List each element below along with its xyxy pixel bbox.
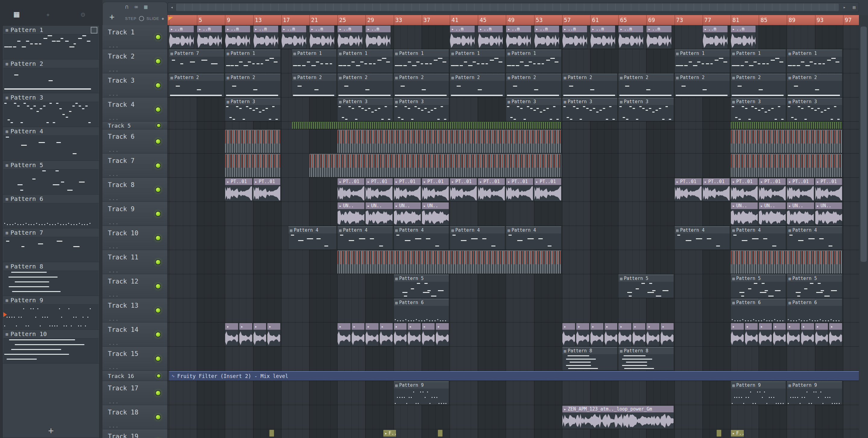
- sparkle-icon[interactable]: ✦: [46, 11, 50, 18]
- track-header[interactable]: Track 13...: [102, 298, 167, 322]
- pattern-clip[interactable]: ▤Pattern 4: [675, 226, 730, 250]
- audio-clip[interactable]: ▸: [604, 323, 618, 346]
- pattern-clip[interactable]: ▤Pattern 6: [394, 299, 449, 322]
- track-mute-led[interactable]: [155, 390, 161, 396]
- dense-note-clip[interactable]: [309, 154, 561, 177]
- track-mute-led[interactable]: [155, 82, 161, 88]
- audio-clip[interactable]: ▸: [731, 323, 744, 346]
- pattern-clip[interactable]: ▤Pattern 1: [786, 50, 842, 73]
- track-header[interactable]: Track 17...: [102, 381, 167, 405]
- track-mute-led[interactable]: [155, 235, 161, 241]
- audio-clip[interactable]: ▸: [225, 323, 239, 346]
- audio-clip[interactable]: ▸PT..01: [365, 178, 393, 202]
- pattern-clip[interactable]: ▤Pattern 1: [675, 50, 730, 73]
- pattern-clip[interactable]: ▤Pattern 9: [731, 381, 786, 405]
- audio-clip[interactable]: ▸..m: [337, 25, 363, 49]
- track-mute-led[interactable]: [155, 211, 161, 216]
- audio-clip[interactable]: ▸: [632, 323, 646, 346]
- audio-clip[interactable]: ▸..m: [169, 25, 194, 49]
- pattern-clip[interactable]: ▤Pattern 4: [394, 226, 449, 250]
- slide-link-icon[interactable]: ∞: [134, 4, 138, 10]
- timeline-ruler[interactable]: 5913172125293337414549535761656973778185…: [167, 15, 859, 25]
- pattern-clip[interactable]: ▤Pattern 2: [225, 74, 280, 97]
- pattern-clip[interactable]: ▤Pattern 3: [506, 98, 561, 121]
- track-header[interactable]: Track 9...: [102, 202, 167, 226]
- pattern-clip[interactable]: ▤Pattern 2: [394, 74, 449, 97]
- track-header[interactable]: Track 6...: [102, 129, 167, 153]
- pattern-clip[interactable]: ▤Pattern 6: [786, 299, 842, 322]
- track-mute-led[interactable]: [155, 163, 161, 168]
- pattern-item[interactable]: ▤Pattern 9: [3, 296, 99, 330]
- pattern-item[interactable]: ▤Pattern 4: [3, 127, 99, 161]
- pattern-clip[interactable]: ▤Pattern 9: [394, 381, 449, 405]
- pattern-clip[interactable]: ▤Pattern 2: [618, 74, 674, 97]
- pattern-clip[interactable]: ▤Pattern 1: [506, 50, 561, 73]
- playhead-marker[interactable]: [168, 17, 173, 21]
- pattern-clip[interactable]: ▤Pattern 1: [337, 50, 393, 73]
- pattern-clip[interactable]: ▤Pattern 3: [337, 98, 393, 121]
- pattern-item[interactable]: ▤Pattern 10: [3, 330, 99, 363]
- track-header[interactable]: Track 10...: [102, 226, 167, 250]
- pattern-clip[interactable]: ▤Pattern 1: [731, 50, 786, 73]
- pattern-clip[interactable]: ▤Pattern 5: [394, 274, 449, 298]
- audio-clip[interactable]: ▸PT..01: [337, 178, 365, 202]
- audio-clip[interactable]: ▸..m: [225, 25, 250, 49]
- audio-clip[interactable]: ▸PT..01: [731, 178, 758, 202]
- pattern-clip[interactable]: ▤Pattern 5: [731, 274, 786, 298]
- audio-clip[interactable]: ▸UN..: [422, 202, 449, 226]
- pattern-clip[interactable]: ▤Pattern 1: [292, 50, 337, 73]
- audio-clip[interactable]: ▸: [253, 323, 267, 346]
- track-mute-led[interactable]: [155, 259, 161, 265]
- pattern-item[interactable]: ▤Pattern 1: [3, 26, 99, 59]
- pattern-clip[interactable]: ▤Pattern 7: [169, 50, 224, 73]
- pattern-clip[interactable]: ▤Pattern 2: [562, 74, 618, 97]
- audio-clip[interactable]: ▸UN..: [365, 202, 393, 226]
- audio-clip[interactable]: ▸: [351, 323, 365, 346]
- pattern-item[interactable]: ▤Pattern 5: [3, 161, 99, 195]
- audio-clip[interactable]: ▸..m: [731, 25, 756, 49]
- pattern-clip[interactable]: ▤Pattern 2: [450, 74, 505, 97]
- audio-clip[interactable]: ▸PT..01: [394, 178, 421, 202]
- audio-clip[interactable]: ▸: [773, 323, 786, 346]
- track-mute-led[interactable]: [155, 58, 161, 64]
- audio-clip[interactable]: ▸: [365, 323, 379, 346]
- audio-clip[interactable]: ▸..m: [365, 25, 391, 49]
- add-pattern-button[interactable]: +: [3, 425, 99, 436]
- track-header[interactable]: Track 3...: [102, 73, 167, 97]
- mini-clip[interactable]: [438, 430, 443, 437]
- horizontal-scroll-thumb[interactable]: [176, 4, 839, 11]
- scroll-right-icon[interactable]: ▸: [841, 3, 848, 12]
- audio-clip[interactable]: ▸PT..01: [422, 178, 449, 202]
- track-header[interactable]: Track 16: [102, 371, 167, 381]
- audio-clip[interactable]: ▸..m: [281, 25, 307, 49]
- audio-clip[interactable]: ▸: [407, 323, 421, 346]
- green-note-strip[interactable]: [731, 122, 842, 129]
- pattern-clip[interactable]: ▤Pattern 2: [506, 74, 561, 97]
- pattern-clip[interactable]: ▤Pattern 3: [225, 98, 280, 121]
- track-mute-led[interactable]: [155, 139, 161, 144]
- audio-clip[interactable]: ▸PT..01: [758, 178, 786, 202]
- audio-clip[interactable]: ▸..m: [590, 25, 615, 49]
- audio-clip[interactable]: ▸F..in: [731, 430, 744, 438]
- audio-clip[interactable]: ▸..m: [197, 25, 222, 49]
- pattern-clip[interactable]: ▤Pattern 5: [786, 274, 842, 298]
- audio-clip[interactable]: ▸PT..01: [450, 178, 477, 202]
- audio-clip[interactable]: ▸PT..01: [506, 178, 533, 202]
- audio-clip[interactable]: ▸: [422, 323, 435, 346]
- green-note-strip[interactable]: [292, 122, 561, 129]
- add-track-button[interactable]: +: [110, 13, 115, 22]
- pattern-clip[interactable]: ▤Pattern 3: [562, 98, 618, 121]
- audio-clip[interactable]: ▸: [267, 323, 281, 346]
- pattern-clip[interactable]: ▤Pattern 4: [337, 226, 393, 250]
- audio-clip[interactable]: ▸..m: [562, 25, 587, 49]
- pattern-clip[interactable]: ▤Pattern 1: [225, 50, 280, 73]
- audio-clip[interactable]: ▸PT..01: [534, 178, 561, 202]
- pattern-item[interactable]: ▤Pattern 6: [3, 195, 99, 228]
- pattern-clip[interactable]: ▤Pattern 2: [675, 74, 730, 97]
- audio-clip[interactable]: ▸..m: [450, 25, 475, 49]
- audio-clip[interactable]: ▸UN..: [758, 202, 786, 226]
- track-mute-led[interactable]: [155, 356, 161, 361]
- audio-clip[interactable]: ▸: [618, 323, 632, 346]
- pattern-clip[interactable]: ▤Pattern 4: [450, 226, 505, 250]
- audio-clip[interactable]: ▸: [590, 323, 604, 346]
